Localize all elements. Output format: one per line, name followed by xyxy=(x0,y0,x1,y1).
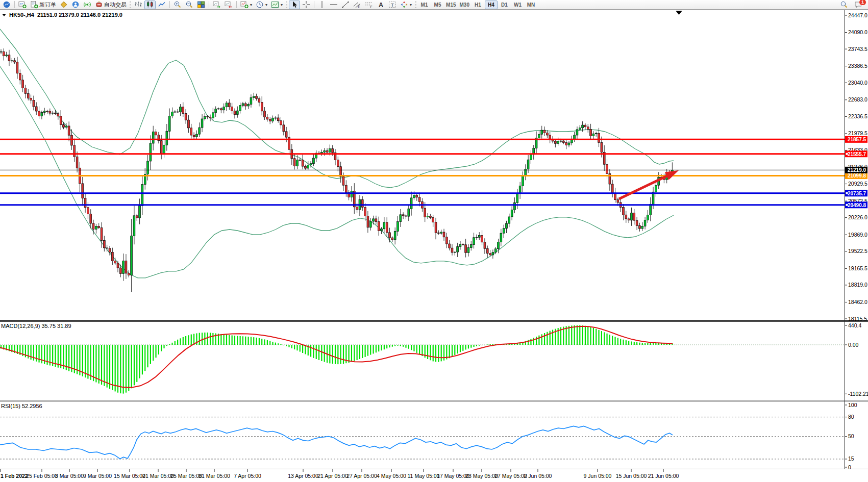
candle xyxy=(650,204,652,215)
candle xyxy=(381,229,383,231)
macd-bar xyxy=(571,325,572,345)
signals-button[interactable] xyxy=(82,1,93,9)
timeframe-m15-button[interactable]: M15 xyxy=(444,1,457,9)
timeframe-h1-button[interactable]: H1 xyxy=(472,1,484,9)
line-chart-button[interactable] xyxy=(156,1,167,9)
time-axis[interactable]: 1 Feb 202225 Feb 05:003 Mar 05:009 Mar 0… xyxy=(1,469,679,479)
new-order-button[interactable]: 新订单 xyxy=(29,1,58,9)
candle xyxy=(136,216,138,218)
resistance-line-2-price-label: 21555.7 xyxy=(845,150,867,157)
vertical-line-button[interactable] xyxy=(316,1,328,9)
candle xyxy=(443,232,445,237)
equidistant-channel-button[interactable]: E xyxy=(352,1,363,9)
navigator-button[interactable] xyxy=(70,1,81,9)
macd-bar xyxy=(128,345,129,391)
macd-bar xyxy=(142,345,143,374)
bar-chart-button[interactable] xyxy=(133,1,144,9)
candle xyxy=(644,220,646,226)
trend-arrow[interactable] xyxy=(619,170,679,199)
ohlc-low: 21146.0 xyxy=(81,12,101,18)
templates-button[interactable]: ▾ xyxy=(269,1,284,9)
candle xyxy=(397,222,399,232)
macd-bar xyxy=(294,345,295,349)
candle xyxy=(592,134,594,136)
new-chart-button[interactable] xyxy=(17,1,28,9)
timeframe-h4-button[interactable]: H4 xyxy=(485,1,498,9)
indicators-button[interactable]: ▾ xyxy=(239,1,254,9)
toolbar-separator xyxy=(314,1,314,8)
zoom-in-button[interactable] xyxy=(172,1,183,9)
periods-button[interactable]: ▾ xyxy=(254,1,269,9)
macd-bar xyxy=(229,335,230,345)
chat-button[interactable]: 1 xyxy=(853,1,864,9)
macd-axis[interactable]: 440.40.00-1102.21 xyxy=(845,322,868,397)
macd-bar xyxy=(492,344,493,345)
text-label-button[interactable]: T xyxy=(387,1,398,9)
search-button[interactable] xyxy=(838,1,850,9)
macd-bar xyxy=(267,340,268,345)
candle xyxy=(467,248,469,253)
candle xyxy=(63,125,65,128)
timeframe-w1-button[interactable]: W1 xyxy=(511,1,524,9)
timeframe-mn-button[interactable]: MN xyxy=(525,1,537,9)
arrows-button[interactable]: ▾ xyxy=(399,1,413,9)
candle xyxy=(201,119,203,128)
candle xyxy=(258,98,260,102)
chart-canvas[interactable]: 24447.024090.023743.523386.523040.022683… xyxy=(0,0,868,482)
price-label-text: 21857.5 xyxy=(848,137,866,142)
autotrade-button[interactable]: 自动交易 xyxy=(93,1,128,9)
macd-bar xyxy=(577,325,578,345)
candle xyxy=(538,134,540,138)
text-button[interactable]: A xyxy=(375,1,386,9)
one-click-trading-toggle-icon[interactable] xyxy=(2,14,6,16)
chevron-down-icon: ▾ xyxy=(250,3,252,7)
timeframe-m30-button[interactable]: M30 xyxy=(458,1,471,9)
auto-scroll-button[interactable] xyxy=(211,1,222,9)
macd-bar xyxy=(153,345,154,361)
rsi-axis[interactable]: 1008050150 xyxy=(845,402,857,470)
candle xyxy=(435,222,437,233)
candle xyxy=(625,215,627,219)
macd-bar xyxy=(134,345,135,385)
candle xyxy=(508,217,510,223)
macd-bar xyxy=(585,326,586,345)
macd-bar xyxy=(481,345,482,345)
date-label: 27 Apr 05:00 xyxy=(346,473,377,479)
timeframe-m1-button[interactable]: M1 xyxy=(418,1,431,9)
candle xyxy=(641,226,643,229)
bollinger-lower-band xyxy=(0,66,674,278)
candle xyxy=(261,102,263,111)
candle xyxy=(337,160,339,167)
candle xyxy=(231,107,233,111)
timeframe-m5-button[interactable]: M5 xyxy=(431,1,444,9)
candle xyxy=(92,223,94,230)
candle-chart-button[interactable] xyxy=(144,1,156,9)
horizontal-line-button[interactable] xyxy=(328,1,339,9)
macd-bar xyxy=(452,345,453,357)
date-label: 11 May 05:00 xyxy=(408,473,440,479)
candle xyxy=(345,185,347,192)
candle xyxy=(177,112,179,112)
macd-bar xyxy=(433,345,434,361)
zoom-out-button[interactable] xyxy=(184,1,195,9)
candle xyxy=(302,160,304,166)
timeframe-d1-button[interactable]: D1 xyxy=(498,1,511,9)
macd-bar xyxy=(207,333,208,345)
chart-shift-button[interactable] xyxy=(223,1,234,9)
crosshair-button[interactable] xyxy=(301,1,312,9)
tile-windows-button[interactable] xyxy=(195,1,207,9)
macd-bar xyxy=(240,336,241,345)
candle xyxy=(598,133,600,142)
candle xyxy=(101,227,103,240)
chart-shift-marker[interactable] xyxy=(676,11,682,15)
market-watch-button[interactable] xyxy=(58,1,69,9)
app-icon-button[interactable] xyxy=(1,1,12,9)
trendline-button[interactable] xyxy=(340,1,351,9)
candle xyxy=(33,100,35,107)
channel-icon: E xyxy=(353,1,361,9)
cursor-button[interactable] xyxy=(289,1,300,9)
fibonacci-button[interactable]: F xyxy=(363,1,375,9)
candle xyxy=(285,132,287,137)
macd-bar xyxy=(381,345,382,350)
macd-bar xyxy=(484,345,485,345)
